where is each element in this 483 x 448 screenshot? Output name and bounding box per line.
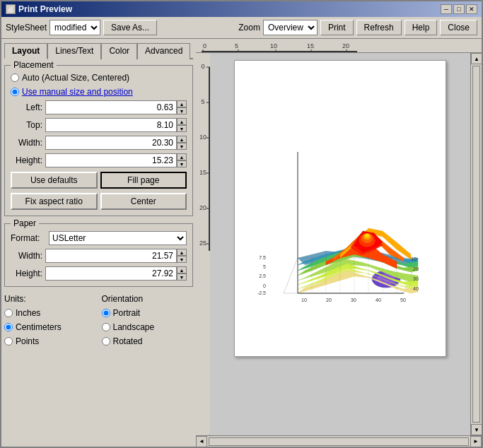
width-input[interactable]: [45, 136, 177, 150]
paper-height-spin-up[interactable]: ▲: [177, 266, 187, 273]
manual-label[interactable]: Use manual size and position: [22, 87, 133, 97]
height-spin-down[interactable]: ▼: [177, 160, 187, 167]
rotated-label[interactable]: Rotated: [113, 336, 143, 346]
preview-area: 0 5 10 15 20 25: [196, 53, 482, 435]
svg-text:30: 30: [413, 276, 419, 281]
left-spin-down[interactable]: ▼: [177, 107, 187, 114]
landscape-label[interactable]: Landscape: [113, 322, 155, 332]
paper-height-spin-down[interactable]: ▼: [177, 273, 187, 281]
rotated-radio-item: Rotated: [102, 336, 194, 346]
svg-text:50: 50: [400, 297, 406, 302]
save-as-button[interactable]: Save As...: [103, 20, 157, 35]
centimeters-radio[interactable]: [4, 323, 13, 331]
chart-svg: 7.5 5 2.5 0 -2.5 10 20 30 40: [248, 81, 432, 336]
paper-width-input[interactable]: [45, 249, 177, 263]
height-input-group: ▲ ▼: [45, 153, 187, 167]
scroll-up-button[interactable]: ▲: [471, 53, 482, 64]
use-defaults-button[interactable]: Use defaults: [11, 172, 98, 189]
svg-rect-11: [202, 51, 357, 52]
svg-rect-0: [196, 39, 482, 52]
tab-lines-text[interactable]: Lines/Text: [47, 43, 101, 59]
height-input[interactable]: [45, 153, 177, 167]
paper-title: Paper: [11, 218, 39, 228]
minimize-button[interactable]: ─: [441, 4, 452, 14]
help-button[interactable]: Help: [405, 20, 438, 35]
inches-label[interactable]: Inches: [16, 308, 40, 318]
placement-group: Placement Auto (Actual Size, Centered) U…: [4, 65, 193, 216]
page-preview: 7.5 5 2.5 0 -2.5 10 20 30 40: [234, 60, 446, 357]
close-button[interactable]: Close: [440, 20, 477, 35]
left-field-row: Left: ▲ ▼: [11, 100, 187, 114]
h-scroll-thumb[interactable]: [209, 437, 469, 446]
points-radio[interactable]: [4, 337, 13, 346]
left-spin-up[interactable]: ▲: [177, 100, 187, 107]
landscape-radio[interactable]: [102, 323, 110, 331]
paper-width-spin-down[interactable]: ▼: [177, 256, 187, 263]
stylesheet-select[interactable]: modified: [50, 20, 100, 35]
svg-text:10: 10: [270, 42, 277, 49]
top-label: Top:: [11, 120, 42, 130]
zoom-group: Zoom Overview Print Refresh Help Close: [238, 20, 477, 35]
zoom-select[interactable]: Overview: [263, 20, 318, 35]
orientation-radio-group: Portrait Landscape Rotated: [102, 308, 194, 346]
svg-text:5: 5: [201, 98, 204, 105]
svg-point-48: [365, 234, 369, 237]
tab-advanced[interactable]: Advanced: [137, 43, 190, 59]
svg-text:5: 5: [263, 264, 266, 269]
fill-page-button[interactable]: Fill page: [100, 172, 187, 189]
fix-aspect-button[interactable]: Fix aspect ratio: [11, 193, 98, 210]
print-button[interactable]: Print: [320, 20, 354, 35]
svg-text:15: 15: [199, 169, 206, 176]
left-label: Left:: [11, 102, 42, 112]
svg-text:20: 20: [342, 42, 349, 49]
inches-radio[interactable]: [4, 309, 13, 317]
svg-rect-13: [347, 51, 352, 52]
width-spin-up[interactable]: ▲: [177, 136, 187, 143]
svg-text:5: 5: [235, 42, 238, 49]
center-button[interactable]: Center: [100, 193, 187, 210]
centimeters-radio-item: Centimeters: [4, 322, 96, 332]
top-spin-up[interactable]: ▲: [177, 118, 187, 125]
width-spin-down[interactable]: ▼: [177, 143, 187, 150]
portrait-label[interactable]: Portrait: [113, 308, 141, 318]
ruler-left: 0 5 10 15 20 25: [196, 53, 210, 435]
window-title: Print Preview: [18, 4, 72, 14]
paper-height-input-group: ▲ ▼: [45, 266, 187, 281]
paper-width-spin-up[interactable]: ▲: [177, 249, 187, 256]
maximize-button[interactable]: □: [453, 4, 465, 14]
right-panel: 0 5 10 15 20: [196, 39, 482, 447]
tab-color[interactable]: Color: [101, 43, 137, 59]
paper-format-select[interactable]: USLetter: [49, 231, 187, 245]
portrait-radio[interactable]: [102, 309, 110, 317]
left-input[interactable]: [45, 100, 177, 114]
points-label[interactable]: Points: [16, 336, 39, 346]
refresh-button[interactable]: Refresh: [356, 20, 402, 35]
horizontal-scrollbar: ◄ ►: [196, 435, 482, 447]
scroll-right-button[interactable]: ►: [470, 436, 482, 447]
svg-text:0: 0: [203, 42, 206, 49]
svg-text:30: 30: [351, 297, 356, 302]
rotated-radio[interactable]: [102, 337, 110, 346]
top-spin-down[interactable]: ▼: [177, 125, 187, 132]
close-window-button[interactable]: ✕: [466, 4, 477, 14]
svg-text:0: 0: [263, 283, 266, 288]
top-input[interactable]: [45, 118, 177, 132]
height-spin-up[interactable]: ▲: [177, 153, 187, 160]
top-input-group: ▲ ▼: [45, 118, 187, 132]
orientation-group: Orientation Portrait Landscape Rotate: [102, 294, 194, 346]
manual-radio[interactable]: [11, 88, 19, 96]
scroll-thumb[interactable]: [472, 66, 480, 423]
vertical-scrollbar: ▲ ▼: [470, 53, 482, 435]
svg-text:10: 10: [301, 297, 307, 302]
centimeters-label[interactable]: Centimeters: [16, 322, 62, 332]
paper-height-input[interactable]: [45, 266, 177, 281]
auto-label[interactable]: Auto (Actual Size, Centered): [22, 73, 129, 83]
auto-radio-item: Auto (Actual Size, Centered): [11, 73, 187, 83]
tab-layout[interactable]: Layout: [4, 43, 47, 59]
scroll-left-button[interactable]: ◄: [196, 436, 207, 447]
bottom-section: Units: Inches Centimeters Points: [4, 294, 193, 346]
auto-radio[interactable]: [11, 73, 19, 82]
left-spinner: ▲ ▼: [177, 100, 187, 114]
paper-width-row: Width: ▲ ▼: [11, 249, 187, 263]
scroll-down-button[interactable]: ▼: [471, 424, 482, 435]
